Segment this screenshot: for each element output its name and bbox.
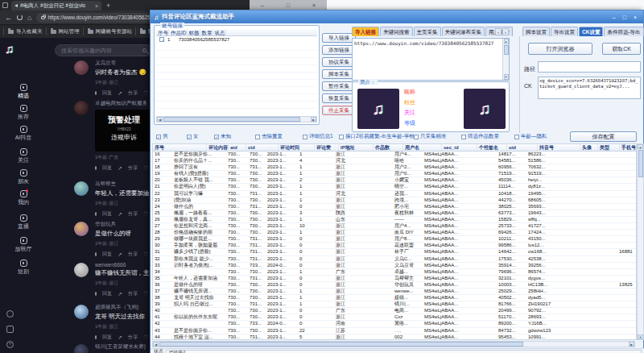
scroll-thumb[interactable] [504,45,509,55]
collect-button[interactable]: 添加链接 [322,45,356,55]
table-row[interactable]: 25佩服，一路看着...730... 730...2023-1...3 陕西夜枕… [153,210,636,217]
url-textarea[interactable]: https://www.douyin.com/video/73038405625… [352,38,510,81]
share-button[interactable]: 分享 [128,334,138,341]
link-h-scrollbar[interactable]: ◀ ▶ [156,116,317,123]
avatar[interactable] [74,60,89,75]
column-header[interactable]: 序号 [153,144,207,151]
avatar[interactable] [74,181,89,196]
reply-bubble-icon[interactable] [95,91,97,95]
column-header[interactable]: 用户名 [403,144,442,151]
table-row[interactable]: 29做哪一块跟我是...730... 731...2023-1...0 浙江用户… [153,236,636,243]
table-row[interactable]: 26佩服你龙哥，真...730... 730...2023-1...1 山东——… [153,217,636,223]
comment-username[interactable]: 马帮帮主 [95,181,151,188]
sidebar-item[interactable]: 推荐 [0,105,47,121]
share-button[interactable]: 分享 [128,164,138,172]
tab-next-icon[interactable]: › [502,28,509,35]
checkbox-icon[interactable]: ✓ [461,135,466,139]
browser-tab[interactable]: #电商人 #创业日记 #创业vlo × [11,1,101,10]
checkbox-icon[interactable]: ✓ [303,135,308,139]
source-tab[interactable]: 导入链接 [352,27,379,36]
row-checkbox[interactable]: ✓ [159,37,164,42]
table-h-scrollbar[interactable]: ◀ ▶ [152,341,635,347]
column-header[interactable]: 评论内容 [207,144,229,151]
column-header[interactable]: 手机号 [620,144,637,151]
table-row[interactable]: 19有钱人[赞][捂脸]730... 730...2023-1...1 浙江用户… [153,171,636,177]
table-row[interactable]: 43是不是你抛弃你...730... 730...2023-1...22 江苏.… [153,328,636,334]
avatar[interactable] [74,222,89,236]
filter-checkbox[interactable]: ✓ 详细信息1 [301,133,333,140]
bookmark-item[interactable]: 网赚账号资源站 [83,27,133,35]
share-icon[interactable]: ↗ [118,165,122,172]
share-button[interactable]: 分享 [128,210,138,218]
like-heart-icon[interactable]: ♡ [143,165,148,172]
table-row[interactable]: 17你卖的什么品？...730... 730...2023-1...4 河北嘻哈… [153,158,636,164]
column-header[interactable]: 作品数 [374,144,403,151]
reply-button[interactable]: 回复 [102,334,112,341]
like-heart-icon[interactable]: ♡ [143,251,148,258]
table-row[interactable]: 28价格战确实惨的很730... 730...2023-1...1 浙江南瓜 D… [153,230,636,236]
table-row[interactable]: 23[赞]加油730... 730...2023-1...1 浙江跨境... M… [153,197,636,204]
filter-checkbox[interactable]: ✓ 筛选作品数量 [460,133,499,140]
table-row[interactable]: 35年轻人，还需要加油730... 731...2023-1...0 浙江马帮帮… [153,276,636,282]
link-column-header[interactable]: 作品ID [169,29,188,35]
filter-checkbox[interactable]: ✓ 只采集精准 [412,133,447,140]
share-button[interactable]: 分享 [128,251,138,258]
sidebar-item[interactable]: 放映厅 [0,237,47,253]
settings-tab[interactable]: 条件筛选-导出 [604,27,643,36]
comment-username[interactable]: wenwen6666 [95,262,151,268]
collect-button[interactable]: 导入链接 [322,33,356,43]
get-ck-button[interactable]: 获取CK [602,43,641,55]
sidebar-item[interactable]: 我的 [0,190,47,206]
link-column-header[interactable]: 序号 [156,29,169,35]
column-header[interactable]: 评论赞 [315,144,339,151]
scroll-left-icon[interactable]: ◀ [153,342,159,347]
checkbox-icon[interactable]: ✓ [214,135,219,139]
reply-button[interactable]: 回复 [102,251,112,258]
ck-textarea[interactable]: xg_device_score=7.632684371023287;bd_tic… [538,77,641,99]
column-header[interactable]: sec_id [442,144,477,151]
sidebar-item[interactable]: AI抖音 [0,126,47,142]
sidebar-item[interactable]: 精选 [0,84,47,100]
collect-button[interactable]: 恢复采集 [322,93,356,103]
tab-list-icon[interactable] [2,2,8,8]
column-header[interactable]: 抖音号 [538,144,580,151]
source-tab[interactable]: 关键词瀑布采集 [442,27,485,36]
settings-tab[interactable]: 脚本设置 [522,27,550,36]
table-row[interactable]: 22我可以学习嘛730... 731...2023-1...1 河北还我... … [153,191,636,197]
settings-tab[interactable]: CK设置 [579,27,603,36]
scroll-down-icon[interactable]: ▼ [504,74,509,80]
comment-username[interactable]: 锦川(王者荣耀水友赛) [95,343,151,351]
table-row[interactable]: 37赚不赚钱无所谓...730... 730...2023-1...1 浙江we… [153,289,636,295]
app-minimize-button[interactable]: – [613,15,616,20]
scroll-thumb[interactable] [159,342,523,347]
scroll-right-icon[interactable]: ▶ [311,117,316,122]
like-heart-icon[interactable]: ♡ [143,334,148,341]
filter-checkbox[interactable]: ✓ 去除重复 [254,133,283,140]
filter-checkbox[interactable]: ✓ 年龄—隐私 [513,133,547,140]
comment-username[interactable]: 超级破风手（飞狗) [95,304,151,311]
share-icon[interactable]: ↗ [118,251,122,258]
app-title-bar[interactable]: ♫ 抖音评论区蓝海式截流助手 – □ × [151,10,643,23]
share-button[interactable]: 分享 [128,89,138,97]
table-row[interactable]: 30手如柔荑，肤如凝脂730... 731...2023-1...0 浙江花速联… [153,243,636,249]
source-tab[interactable]: 主页采集 [414,27,441,36]
column-header[interactable]: 类型 [598,144,620,151]
filter-checkbox[interactable]: ✓ 未知 [213,133,231,140]
collect-button[interactable]: 脚本采集 [322,69,356,79]
help-icon[interactable]: ? [6,341,14,348]
back-icon[interactable]: ← [5,14,12,22]
share-icon[interactable]: ↗ [118,90,122,97]
bookmark-item[interactable]: 导入收藏夹 [3,27,43,35]
table-row[interactable]: 18挣回了没有730... 731...2023-1...1 浙江用户2... … [153,164,636,171]
sidebar-item[interactable]: 直播 [0,214,47,230]
reply-bubble-icon[interactable] [95,292,97,296]
checkbox-icon[interactable]: ✓ [156,135,161,139]
scroll-right-icon[interactable]: ▶ [629,342,634,347]
save-config-button[interactable]: 保存配置 [570,131,637,142]
like-heart-icon[interactable]: ♡ [143,211,148,218]
column-header[interactable]: 个性签名 [477,144,507,151]
checkbox-icon[interactable]: ✓ [187,135,192,139]
filter-checkbox[interactable]: ✓ 女 [185,133,199,140]
like-heart-icon[interactable]: ♡ [143,291,148,297]
collect-button[interactable]: 停止采集 [322,106,356,115]
